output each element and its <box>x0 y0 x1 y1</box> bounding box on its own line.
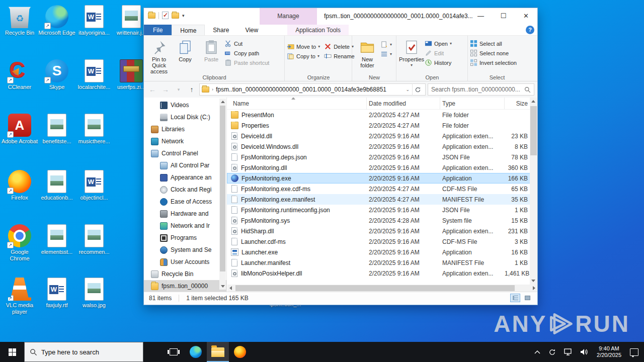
tab-home[interactable]: Home <box>172 25 205 35</box>
file-row-deviceid-dll[interactable]: DeviceId.dll2/20/2025 9:16 AMApplication… <box>227 131 537 141</box>
desktop-icon-microsoft-edge[interactable]: ↗Microsoft Edge <box>38 5 75 36</box>
address-dropdown-chevron-icon[interactable]: ⌄ <box>406 87 410 92</box>
desktop-icon-vlc-media-player[interactable]: ↗VLC media player <box>1 278 38 315</box>
sidebar-item-appearance-an[interactable]: Appearance an <box>144 171 226 184</box>
easy-access-button[interactable]: ▾ <box>380 50 392 58</box>
file-row-launcher-manifest[interactable]: Launcher.manifest2/20/2025 9:16 AMMANIFE… <box>227 257 537 268</box>
new-item-button[interactable]: ▾ <box>380 41 392 48</box>
file-row-fpsmonitoring-exe-cdf-ms[interactable]: FpsMonitoring.exe.cdf-ms2/20/2025 4:27 A… <box>227 184 537 194</box>
desktop-icon-walso-jpg[interactable]: walso.jpg <box>75 278 113 309</box>
sidebar-item-system-and-se[interactable]: System and Se <box>144 244 226 256</box>
horizontal-scrollbar[interactable] <box>227 285 537 292</box>
file-row-presentmon[interactable]: PresentMon2/20/2025 4:27 AMFile folder <box>227 110 537 120</box>
desktop-icon-adobe-acrobat[interactable]: ↗Adobe Acrobat <box>1 114 38 145</box>
sidebar-item-hardware-and[interactable]: Hardware and <box>144 208 226 220</box>
properties-qat-icon[interactable] <box>162 12 169 19</box>
copy-to-button[interactable]: Copy to▾ <box>287 52 320 60</box>
customize-qat-chevron-icon[interactable]: ▾ <box>182 13 185 18</box>
sidebar-item-programs[interactable]: Programs <box>144 232 226 244</box>
column-size[interactable]: Size <box>505 98 530 109</box>
back-icon[interactable]: ← <box>147 85 158 94</box>
file-row-hidsharp-dll[interactable]: HidSharp.dll2/20/2025 9:16 AMApplication… <box>227 226 537 236</box>
pin-to-quick-access-button[interactable]: Pin to Quick access <box>146 38 172 74</box>
sidebar-item-fpsm-tion-00000[interactable]: fpsm..tion_00000 <box>144 280 226 292</box>
sidebar-item-network-and-ir[interactable]: Network and Ir <box>144 220 226 232</box>
move-to-button[interactable]: Move to▾ <box>287 43 320 50</box>
tab-application-tools[interactable]: Application Tools <box>287 25 349 35</box>
sidebar-item-ease-of-access[interactable]: Ease of Access <box>144 196 226 208</box>
file-row-fpsmonitoring-runtimeconfig-json[interactable]: FpsMonitoring.runtimeconfig.json2/20/202… <box>227 205 537 215</box>
desktop-icon-recommen[interactable]: recommen... <box>75 224 113 255</box>
sidebar-item-network[interactable]: Network <box>144 135 226 147</box>
taskbar-clock[interactable]: 9:40 AM 2/20/2025 <box>593 345 625 358</box>
desktop-icon-ccleaner[interactable]: ↗CCleaner <box>1 59 38 90</box>
paste-shortcut-button[interactable]: Paste shortcut <box>224 59 269 66</box>
select-all-button[interactable]: Select all <box>470 40 517 47</box>
desktop-icon-firefox[interactable]: ↗Firefox <box>1 170 38 201</box>
manage-contextual-header[interactable]: Manage <box>260 8 317 25</box>
breadcrumb-path[interactable]: fpsm..tion_0000000000000000_0001.0000_00… <box>216 86 403 93</box>
tab-share[interactable]: Share <box>205 25 237 35</box>
open-button[interactable]: Open▾ <box>425 40 452 47</box>
file-row-libmonoposixhelper-dll[interactable]: libMonoPosixHelper.dll2/20/2025 9:16 AMA… <box>227 268 537 279</box>
sidebar-item-control-panel[interactable]: Control Panel <box>144 147 226 159</box>
start-button[interactable] <box>0 342 24 362</box>
file-row-fpsmonitoring-deps-json[interactable]: FpsMonitoring.deps.json2/20/2025 9:16 AM… <box>227 152 537 162</box>
history-button[interactable]: History <box>425 59 452 66</box>
file-row-launcher-exe[interactable]: Launcher.exe2/20/2025 9:16 AMApplication… <box>227 247 537 257</box>
desktop-icon-elementsst[interactable]: elementsst... <box>38 224 75 255</box>
column-type[interactable]: Type <box>440 98 505 109</box>
details-view-button[interactable] <box>510 294 520 302</box>
recent-locations-chevron-icon[interactable]: ▾ <box>173 87 184 92</box>
tab-view[interactable]: View <box>237 25 266 35</box>
desktop-icon-objectincl[interactable]: objectincl... <box>75 170 113 201</box>
desktop-icon-italyorigina[interactable]: italyorigina... <box>75 5 113 36</box>
properties-button[interactable]: Properties ▾ <box>398 38 425 68</box>
sidebar-scrollbar[interactable] <box>219 99 226 290</box>
taskbar-search-input[interactable]: Type here to search <box>24 342 143 362</box>
network-tray-icon[interactable] <box>560 342 576 362</box>
desktop-icon-localarchite[interactable]: localarchite... <box>75 59 113 90</box>
address-box[interactable]: › fpsm..tion_0000000000000000_0001.0000_… <box>199 83 426 96</box>
desktop-icon-benefitste[interactable]: benefitste... <box>38 114 75 145</box>
vertical-scrollbar[interactable] <box>530 98 537 285</box>
sidebar-item-libraries[interactable]: Libraries <box>144 123 226 135</box>
forward-icon[interactable]: → <box>160 85 171 94</box>
file-row-launcher-cdf-ms[interactable]: Launcher.cdf-ms2/20/2025 9:16 AMCDF-MS F… <box>227 236 537 247</box>
copy-path-button[interactable]: Copy path <box>224 49 269 57</box>
column-name[interactable]: Name <box>231 98 367 109</box>
sidebar-item-user-accounts[interactable]: User Accounts <box>144 256 226 268</box>
sidebar-item-all-control-par[interactable]: All Control Par <box>144 159 226 171</box>
large-icons-view-button[interactable] <box>522 294 532 302</box>
column-date-modified[interactable]: Date modified <box>367 98 440 109</box>
maximize-button[interactable]: ☐ <box>492 8 515 24</box>
desktop-icon-musicthere[interactable]: musicthere... <box>75 114 113 145</box>
help-icon[interactable]: ? <box>526 26 534 34</box>
sort-ascending-icon[interactable] <box>291 98 295 100</box>
sidebar-item-local-disk-c[interactable]: Local Disk (C:) <box>144 111 226 123</box>
invert-selection-button[interactable]: Invert selection <box>470 59 517 66</box>
desktop-icon-educationb[interactable]: educationb... <box>38 170 75 201</box>
volume-tray-icon[interactable] <box>577 342 592 362</box>
file-row-fpsmonitoring-exe-manifest[interactable]: FpsMonitoring.exe.manifest2/20/2025 4:27… <box>227 194 537 205</box>
sync-tray-icon[interactable] <box>545 342 559 362</box>
file-row-properties[interactable]: Properties2/20/2025 4:27 AMFile folder <box>227 120 537 131</box>
desktop-icon-skype[interactable]: ↗Skype <box>38 59 75 90</box>
close-button[interactable]: ✕ <box>515 8 537 24</box>
task-view-button[interactable] <box>163 342 185 362</box>
file-row-fpsmonitoring-sys[interactable]: FpsMonitoring.sys2/20/2025 4:28 AMSystem… <box>227 215 537 226</box>
sidebar-item-recycle-bin[interactable]: Recycle Bin <box>144 268 226 280</box>
file-row-fpsmonitoring-dll[interactable]: FpsMonitoring.dll2/20/2025 9:16 AMApplic… <box>227 162 537 173</box>
edit-button[interactable]: Edit <box>425 49 452 57</box>
desktop-icon-google-chrome[interactable]: ↗Google Chrome <box>1 224 38 262</box>
hidden-icons-chevron-icon[interactable] <box>531 342 544 362</box>
new-folder-button[interactable]: New folder <box>354 38 380 68</box>
cut-button[interactable]: Cut <box>224 40 269 47</box>
new-folder-qat-icon[interactable] <box>172 13 179 19</box>
taskbar-edge-button[interactable] <box>185 342 207 362</box>
delete-button[interactable]: Delete▾ <box>324 43 355 50</box>
up-icon[interactable]: ↑ <box>186 85 197 94</box>
refresh-icon[interactable] <box>412 83 423 96</box>
tab-file[interactable]: File <box>144 25 172 35</box>
taskbar-firefox-button[interactable] <box>229 342 251 362</box>
